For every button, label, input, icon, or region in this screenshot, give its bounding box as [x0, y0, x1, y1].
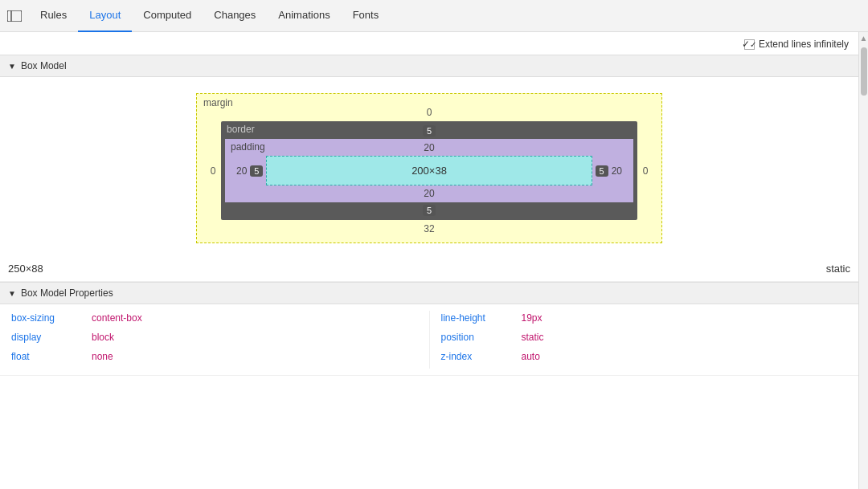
prop-name-position: position	[438, 330, 510, 344]
box-model-properties-arrow-icon: ▼	[8, 289, 16, 298]
padding-top-value: 20	[236, 142, 622, 153]
tab-computed[interactable]: Computed	[132, 0, 203, 32]
border-left-badge: 5	[250, 165, 263, 177]
box-model-diagram: margin 0 0	[0, 77, 858, 256]
element-size: 250×88	[8, 263, 43, 275]
border-right-badge: 5	[596, 165, 608, 177]
prop-row-display: display block	[8, 330, 421, 344]
extend-lines-label[interactable]: ✓ Extend lines infinitely	[744, 39, 849, 50]
tab-changes[interactable]: Changes	[203, 0, 267, 32]
padding-bottom-value: 20	[236, 188, 622, 199]
prop-value-float: none	[88, 349, 117, 364]
content-box: 200×38	[266, 156, 592, 185]
left-panel: ✓ Extend lines infinitely ▼ Box Model ma…	[0, 32, 858, 489]
prop-name-display: display	[8, 330, 80, 344]
box-model-section-header[interactable]: ▼ Box Model	[0, 55, 858, 77]
prop-value-line-height: 19px	[518, 311, 546, 325]
border-top-value: 5	[225, 125, 633, 137]
scrollbar[interactable]: ▲	[858, 32, 868, 489]
prop-name-box-sizing: box-sizing	[8, 311, 80, 325]
panel-toggle-icon[interactable]	[3, 5, 26, 27]
prop-name-z-index: z-index	[438, 349, 510, 364]
tab-animations[interactable]: Animations	[267, 0, 341, 32]
properties-right-column: line-height 19px position static z-index…	[429, 311, 859, 369]
margin-left-value: 0	[208, 165, 218, 177]
extend-lines-row: ✓ Extend lines infinitely	[0, 32, 858, 55]
tab-fonts[interactable]: Fonts	[342, 0, 391, 32]
prop-name-line-height: line-height	[438, 311, 510, 325]
scroll-up-arrow[interactable]: ▲	[859, 32, 868, 44]
padding-label: padding	[231, 141, 265, 153]
extend-lines-checkbox[interactable]: ✓	[744, 39, 755, 50]
box-model-properties-section-header[interactable]: ▼ Box Model Properties	[0, 282, 858, 304]
element-position: static	[826, 263, 850, 275]
prop-row-box-sizing: box-sizing content-box	[8, 311, 421, 325]
properties-container: box-sizing content-box display block flo…	[0, 304, 858, 376]
prop-value-box-sizing: content-box	[88, 311, 145, 325]
margin-bottom-value: 32	[208, 223, 650, 234]
prop-value-position: static	[518, 330, 547, 344]
border-label: border	[227, 124, 255, 135]
prop-row-line-height: line-height 19px	[438, 311, 851, 325]
svg-rect-0	[7, 10, 22, 22]
margin-right-value: 0	[641, 165, 650, 177]
properties-left-column: box-sizing content-box display block flo…	[0, 311, 429, 369]
tab-bar: Rules Layout Computed Changes Animations…	[0, 0, 868, 32]
tab-layout[interactable]: Layout	[78, 0, 132, 32]
prop-name-float: float	[8, 349, 80, 364]
margin-top-value: 0	[208, 107, 650, 118]
prop-row-position: position static	[438, 330, 851, 344]
margin-label: margin	[203, 97, 233, 108]
scrollbar-thumb[interactable]	[861, 47, 867, 96]
main-content: ✓ Extend lines infinitely ▼ Box Model ma…	[0, 32, 868, 489]
padding-right-value: 20	[612, 165, 622, 177]
prop-row-z-index: z-index auto	[438, 349, 851, 364]
border-bottom-value: 5	[225, 205, 633, 216]
prop-value-z-index: auto	[518, 349, 543, 364]
box-model-arrow-icon: ▼	[8, 62, 16, 71]
padding-left-value: 20	[236, 165, 247, 177]
dimensions-row: 250×88 static	[0, 256, 858, 282]
tab-rules[interactable]: Rules	[29, 0, 78, 32]
prop-value-display: block	[88, 330, 117, 344]
prop-row-float: float none	[8, 349, 421, 364]
